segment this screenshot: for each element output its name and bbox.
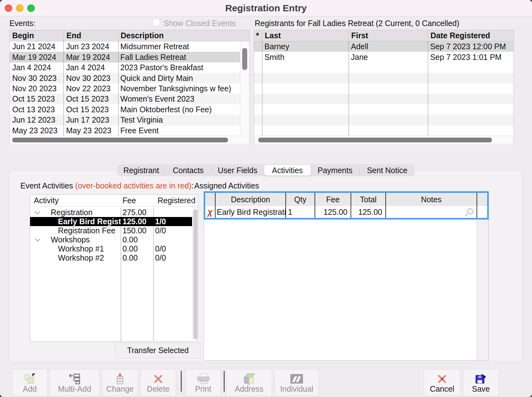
- column-header-star[interactable]: *: [254, 30, 262, 41]
- event-row[interactable]: May 23 2023 May 23 2023 Free Event: [10, 125, 240, 136]
- column-header-fee[interactable]: Fee: [121, 196, 153, 205]
- remove-activity-icon[interactable]: [205, 206, 215, 218]
- event-row[interactable]: Oct 13 2023 Oct 15 2023 Main Oktoberfest…: [10, 104, 240, 115]
- change-button[interactable]: Change: [102, 369, 138, 396]
- empty-row[interactable]: [254, 104, 514, 115]
- assigned-qty-field[interactable]: 1: [285, 206, 315, 218]
- column-header-end[interactable]: End: [63, 30, 118, 41]
- tab-activities[interactable]: Activities: [264, 165, 311, 176]
- event-row[interactable]: Oct 15 2023 Oct 15 2023 Women's Event 20…: [10, 94, 240, 104]
- horizontal-scrollbar-thumb[interactable]: [12, 138, 228, 142]
- show-closed-label: Show Closed Events: [164, 19, 236, 28]
- save-button[interactable]: Save: [463, 369, 499, 396]
- search-icon[interactable]: [467, 208, 473, 214]
- cell-description: Test Virginia: [118, 115, 240, 124]
- column-header-fee[interactable]: Fee: [315, 193, 351, 206]
- cell-end: May 23 2023: [63, 126, 118, 135]
- tree-fee: 0.00: [121, 235, 153, 244]
- tree-row-registration-fee[interactable]: Registration Fee 150.00 0/0: [30, 226, 192, 235]
- change-button-label: Change: [106, 384, 134, 394]
- horizontal-scrollbar[interactable]: [254, 136, 514, 144]
- vertical-scrollbar-thumb[interactable]: [193, 209, 197, 340]
- empty-row[interactable]: [254, 62, 514, 73]
- registrants-table: * Last First Date Registered Barney Adel…: [254, 30, 514, 144]
- column-header-total[interactable]: Total: [351, 193, 385, 206]
- multi-add-button[interactable]: Multi-Add: [50, 369, 100, 396]
- vertical-scrollbar[interactable]: [240, 41, 249, 136]
- chevron-down-icon[interactable]: [35, 210, 40, 214]
- assigned-scrollbar-track[interactable]: [477, 220, 488, 360]
- event-row[interactable]: Jun 21 2024 Jun 23 2024 Midsummer Retrea…: [10, 41, 240, 52]
- cell-end: Nov 22 2023: [63, 84, 118, 93]
- tree-row-workshop-2[interactable]: Workshop #2 0.00 0/0: [30, 253, 192, 262]
- tree-row-workshop-1[interactable]: Workshop #1 0.00 0/0: [30, 244, 192, 253]
- horizontal-scrollbar[interactable]: [10, 136, 249, 144]
- event-row[interactable]: Nov 20 2023 Nov 22 2023 November Tanksgi…: [10, 83, 240, 94]
- assigned-notes-field[interactable]: [385, 206, 477, 218]
- column-header-first[interactable]: First: [348, 30, 428, 41]
- chevron-down-icon[interactable]: [35, 237, 40, 241]
- cancel-button[interactable]: Cancel: [424, 369, 461, 396]
- cell-first: Jane: [348, 53, 428, 62]
- tree-fee: 0.00: [121, 253, 153, 262]
- print-button[interactable]: Print: [185, 369, 221, 396]
- cell-end: Jun 17 2023: [63, 115, 118, 124]
- column-header-registered[interactable]: Registered: [153, 196, 198, 205]
- vertical-scrollbar-thumb[interactable]: [242, 48, 247, 70]
- tree-fee: 0.00: [121, 244, 153, 253]
- empty-row[interactable]: [254, 115, 514, 125]
- registrant-row[interactable]: Smith Jane Sep 7 2023 1:01 PM: [254, 52, 514, 62]
- tab-contacts[interactable]: Contacts: [166, 164, 211, 176]
- column-header-qty[interactable]: Qty: [285, 193, 315, 206]
- column-header-description[interactable]: Description: [118, 30, 249, 41]
- multi-add-button-label: Multi-Add: [58, 384, 91, 394]
- event-row[interactable]: Nov 30 2023 Nov 30 2023 Quick and Dirty …: [10, 73, 240, 83]
- cell-begin: Jun 12 2023: [10, 115, 63, 124]
- column-header-activity[interactable]: Activity: [30, 196, 121, 205]
- individual-button[interactable]: Individual: [274, 369, 319, 396]
- show-closed-checkbox[interactable]: [153, 19, 160, 26]
- horizontal-scrollbar-thumb[interactable]: [258, 138, 492, 142]
- cell-end: Mar 19 2024: [63, 53, 118, 62]
- empty-row[interactable]: [254, 125, 514, 136]
- add-button[interactable]: Add: [12, 369, 48, 396]
- tree-row-workshops[interactable]: Workshops 0.00: [30, 235, 192, 244]
- transfer-selected-button[interactable]: Transfer Selected: [115, 343, 201, 358]
- empty-row[interactable]: [254, 94, 514, 104]
- tab-registrant[interactable]: Registrant: [117, 164, 165, 176]
- window-title: Registration Entry: [0, 3, 532, 13]
- tab-user-fields[interactable]: User Fields: [211, 164, 264, 176]
- event-row[interactable]: Jun 12 2023 Jun 17 2023 Test Virginia: [10, 115, 240, 125]
- assigned-fee-field[interactable]: 125.00: [315, 206, 351, 218]
- column-header-notes[interactable]: Notes: [385, 193, 477, 206]
- change-icon: [102, 373, 138, 385]
- column-header-description[interactable]: Description: [215, 193, 285, 206]
- event-row[interactable]: Jan 4 2024 Jan 4 2024 2023 Pastor's Brea…: [10, 62, 240, 73]
- tree-fee: 275.00: [121, 208, 153, 217]
- column-header-date-registered[interactable]: Date Registered: [428, 30, 514, 41]
- cell-begin: May 23 2023: [10, 126, 63, 135]
- tree-rows: Registration 275.00 Early Bird Registr..…: [30, 208, 192, 262]
- tree-label: Workshop #2: [30, 253, 104, 262]
- assigned-total-field[interactable]: 125.00: [351, 206, 385, 218]
- assigned-description-field[interactable]: Early Bird Registration: [215, 206, 285, 218]
- address-button[interactable]: Address: [226, 369, 272, 396]
- assigned-activities-table: Description Qty Fee Total Notes Early Bi…: [204, 191, 489, 361]
- event-row-selected[interactable]: Mar 19 2024 Mar 19 2024 Fall Ladies Retr…: [10, 52, 240, 62]
- empty-row[interactable]: [254, 83, 514, 94]
- tab-sent-notice[interactable]: Sent Notice: [360, 164, 415, 176]
- column-header-begin[interactable]: Begin: [10, 30, 63, 41]
- tree-row-early-bird-selected[interactable]: Early Bird Registr... 125.00 1/0: [30, 217, 192, 226]
- tree-right-border: [192, 195, 192, 341]
- cell-first: Adell: [348, 42, 428, 51]
- delete-button[interactable]: Delete: [140, 369, 176, 396]
- assigned-row[interactable]: Early Bird Registration 1 125.00 125.00: [205, 206, 487, 218]
- registrants-table-header: * Last First Date Registered: [254, 30, 514, 41]
- tree-row-registration[interactable]: Registration 275.00: [30, 208, 192, 217]
- tree-header: Activity Fee Registered: [30, 195, 198, 207]
- empty-row[interactable]: [254, 73, 514, 83]
- tab-payments[interactable]: Payments: [311, 164, 359, 176]
- cell-begin: Nov 30 2023: [10, 74, 63, 83]
- column-header-last[interactable]: Last: [262, 30, 348, 41]
- registrant-row-selected[interactable]: Barney Adell Sep 7 2023 12:00 PM: [254, 41, 514, 52]
